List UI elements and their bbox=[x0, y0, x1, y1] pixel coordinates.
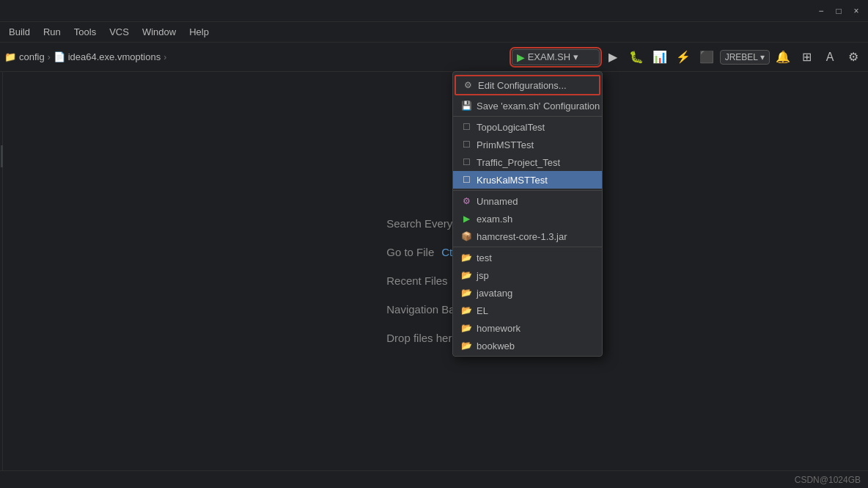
title-bar-controls: − □ × bbox=[815, 5, 862, 17]
breadcrumb: 📁 config › 📄 idea64.exe.vmoptions › bbox=[4, 51, 166, 62]
translate-button[interactable]: A bbox=[820, 47, 840, 68]
breadcrumb-config[interactable]: config bbox=[19, 51, 45, 62]
exam-icon: ▶ bbox=[460, 213, 472, 225]
run-icon: ▶ bbox=[517, 51, 525, 63]
breadcrumb-arrow-2: › bbox=[163, 52, 166, 62]
javatang-icon: 📂 bbox=[460, 287, 472, 299]
el-icon: 📂 bbox=[460, 305, 472, 316]
hamcrest-icon: 📦 bbox=[460, 230, 472, 242]
breadcrumb-arrow-1: › bbox=[48, 52, 51, 62]
dropdown-topo-label: TopoLogicalTest bbox=[477, 122, 545, 133]
dropdown-traffic-label: Traffic_Project_Test bbox=[477, 157, 560, 168]
menu-bar: Build Run Tools VCS Window Help bbox=[0, 22, 868, 43]
save-config-icon: 💾 bbox=[460, 100, 472, 112]
grid-button[interactable]: ⊞ bbox=[796, 47, 817, 68]
run-config-label: EXAM.SH bbox=[528, 51, 571, 62]
dropdown-unnamed-label: Unnamed bbox=[477, 196, 518, 207]
dropdown-edit-config[interactable]: ⚙ Edit Configurations... bbox=[455, 75, 600, 95]
debug-button[interactable]: 🐛 bbox=[626, 47, 647, 68]
status-bar: CSDN@1024GB bbox=[0, 470, 868, 488]
run-config-dropdown: ⚙ Edit Configurations... 💾 Save 'exam.sh… bbox=[452, 71, 603, 357]
dropdown-el-label: EL bbox=[477, 305, 488, 316]
dropdown-bookweb-label: bookweb bbox=[477, 340, 515, 352]
breadcrumb-folder-icon: 📁 bbox=[4, 51, 16, 62]
menu-build[interactable]: Build bbox=[3, 25, 36, 39]
title-bar: − □ × bbox=[0, 0, 868, 22]
edit-config-icon: ⚙ bbox=[462, 79, 474, 91]
homework-icon: 📂 bbox=[460, 322, 472, 334]
run-config-chevron: ▾ bbox=[573, 51, 578, 62]
dropdown-el[interactable]: 📂 EL bbox=[453, 302, 602, 319]
dropdown-save-config[interactable]: 💾 Save 'exam.sh' Configuration bbox=[453, 97, 602, 114]
hint-goto-action: Go to File bbox=[386, 245, 434, 258]
settings-button[interactable]: ⚙ bbox=[843, 47, 864, 68]
dropdown-prim[interactable]: ☐ PrimMSTTest bbox=[453, 136, 602, 153]
jrebel-chevron: ▾ bbox=[760, 52, 765, 62]
dropdown-divider-1 bbox=[453, 116, 602, 117]
kruskal-icon: ☐ bbox=[460, 174, 472, 186]
close-button[interactable]: × bbox=[850, 5, 862, 17]
dropdown-edit-config-label: Edit Configurations... bbox=[478, 80, 567, 91]
maximize-button[interactable]: □ bbox=[833, 5, 845, 17]
hint-navbar-action: Navigation Bar bbox=[386, 302, 458, 315]
menu-help[interactable]: Help bbox=[183, 25, 215, 39]
dropdown-test-label: test bbox=[477, 252, 492, 263]
notifications-button[interactable]: 🔔 bbox=[773, 47, 793, 68]
dropdown-javatang[interactable]: 📂 javatang bbox=[453, 284, 602, 302]
dropdown-unnamed[interactable]: ⚙ Unnamed bbox=[453, 192, 602, 210]
dropdown-prim-label: PrimMSTTest bbox=[477, 139, 534, 150]
dropdown-divider-3 bbox=[453, 247, 602, 247]
hint-recent-action: Recent Files bbox=[386, 274, 447, 286]
minimize-button[interactable]: − bbox=[815, 5, 827, 17]
dropdown-divider-2 bbox=[453, 190, 602, 191]
dropdown-kruskal[interactable]: ☐ KrusKalMSTTest bbox=[453, 171, 602, 189]
menu-run[interactable]: Run bbox=[37, 25, 67, 39]
dropdown-homework[interactable]: 📂 homework bbox=[453, 319, 602, 337]
breadcrumb-file-icon: 📄 bbox=[54, 51, 65, 62]
breadcrumb-file[interactable]: idea64.exe.vmoptions bbox=[68, 51, 161, 62]
stop-button[interactable]: ⬛ bbox=[696, 47, 717, 68]
topo-icon: ☐ bbox=[460, 121, 472, 133]
jsp-icon: 📂 bbox=[460, 269, 472, 281]
test-icon: 📂 bbox=[460, 252, 472, 263]
editor-area: Search Everywhere Double Shift Go to Fil… bbox=[3, 72, 868, 488]
traffic-icon: ☐ bbox=[460, 156, 472, 168]
menu-tools[interactable]: Tools bbox=[68, 25, 102, 39]
dropdown-traffic[interactable]: ☐ Traffic_Project_Test bbox=[453, 153, 602, 171]
menu-window[interactable]: Window bbox=[136, 25, 182, 39]
dropdown-test[interactable]: 📂 test bbox=[453, 249, 602, 266]
unnamed-icon: ⚙ bbox=[460, 195, 472, 207]
menu-vcs[interactable]: VCS bbox=[103, 25, 135, 39]
run-button[interactable]: ▶ bbox=[603, 47, 623, 68]
bookweb-icon: 📂 bbox=[460, 340, 472, 352]
dropdown-kruskal-label: KrusKalMSTTest bbox=[477, 175, 548, 186]
dropdown-hamcrest[interactable]: 📦 hamcrest-core-1.3.jar bbox=[453, 227, 602, 245]
coverage-button[interactable]: 📊 bbox=[650, 47, 670, 68]
jrebel-button[interactable]: JREBEL ▾ bbox=[720, 50, 770, 65]
toolbar: 📁 config › 📄 idea64.exe.vmoptions › ▶ EX… bbox=[0, 43, 868, 72]
dropdown-exam-label: exam.sh bbox=[477, 214, 512, 225]
dropdown-save-config-label: Save 'exam.sh' Configuration bbox=[477, 101, 600, 112]
prim-icon: ☐ bbox=[460, 139, 472, 150]
dropdown-exam[interactable]: ▶ exam.sh bbox=[453, 210, 602, 227]
main-area: Search Everywhere Double Shift Go to Fil… bbox=[0, 72, 868, 488]
status-text: CSDN@1024GB bbox=[795, 475, 861, 485]
dropdown-javatang-label: javatang bbox=[477, 288, 512, 299]
dropdown-jsp[interactable]: 📂 jsp bbox=[453, 266, 602, 284]
run-config-button[interactable]: ▶ EXAM.SH ▾ bbox=[512, 49, 600, 65]
dropdown-jsp-label: jsp bbox=[477, 270, 489, 281]
profile-button[interactable]: ⚡ bbox=[673, 47, 694, 68]
dropdown-topo[interactable]: ☐ TopoLogicalTest bbox=[453, 118, 602, 136]
dropdown-hamcrest-label: hamcrest-core-1.3.jar bbox=[477, 231, 567, 242]
dropdown-homework-label: homework bbox=[477, 323, 521, 334]
dropdown-bookweb[interactable]: 📂 bookweb bbox=[453, 337, 602, 354]
jrebel-label: JREBEL bbox=[725, 52, 758, 62]
